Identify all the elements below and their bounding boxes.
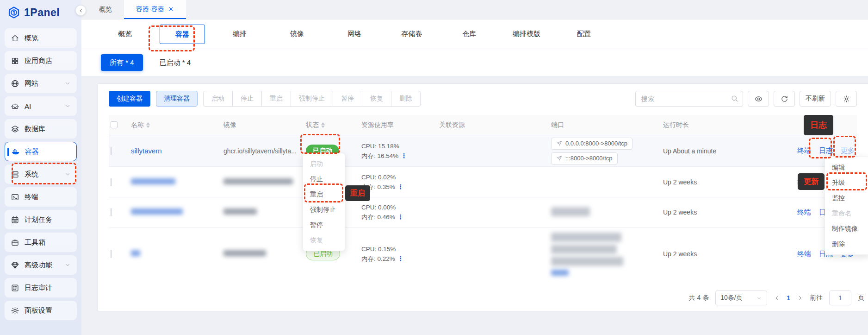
tab-compose-template[interactable]: 编排模版 [498, 30, 555, 38]
sidebar-item-terminal[interactable]: 终端 [5, 187, 77, 207]
close-icon[interactable] [168, 6, 174, 12]
eye-icon [755, 95, 763, 103]
row-checkbox[interactable] [111, 178, 112, 186]
batch-stop-button[interactable]: 停止 [232, 91, 262, 107]
batch-start-button[interactable]: 启动 [203, 91, 233, 107]
clean-container-button[interactable]: 清理容器 [156, 91, 198, 107]
menu-item-edit[interactable]: 编辑 [825, 160, 868, 175]
batch-resume-button[interactable]: 恢复 [362, 91, 391, 107]
menu-item-start[interactable]: 启动 [303, 156, 345, 171]
menu-item-pause[interactable]: 暂停 [303, 217, 345, 233]
container-name-link[interactable]: sillytavern [131, 147, 162, 155]
sidebar-item-toolbox[interactable]: 工具箱 [5, 233, 77, 252]
sidebar-item-ai[interactable]: AI [5, 96, 77, 116]
page-tabs: 概览 容器 编排 镜像 网络 存储卷 仓库 编排模版 配置 [81, 19, 868, 49]
tab-overview[interactable]: 概览 [96, 30, 154, 38]
goto-page-input[interactable] [829, 291, 851, 305]
menu-item-stop[interactable]: 停止 [303, 171, 345, 187]
filter-running[interactable]: 已启动 * 4 [160, 58, 191, 67]
resource-more-icon[interactable]: ⋮ [397, 255, 404, 262]
column-visibility-button[interactable] [748, 91, 769, 107]
tab-image[interactable]: 镜像 [268, 30, 326, 38]
chevron-down-icon [64, 103, 71, 109]
calendar-icon [11, 215, 19, 224]
window-tab-overview[interactable]: 概览 [87, 0, 124, 19]
sidebar-item-appstore[interactable]: 应用商店 [5, 51, 77, 70]
sidebar-collapse-button[interactable] [75, 5, 86, 16]
sidebar-item-advanced[interactable]: 高级功能 [5, 255, 77, 275]
window-tabbar: 概览 容器-容器 [81, 0, 868, 19]
log-link[interactable]: 日志 [819, 146, 833, 155]
sidebar-item-panel-settings[interactable]: 面板设置 [5, 301, 77, 320]
tab-volume[interactable]: 存储卷 [383, 30, 440, 38]
redacted-container-name[interactable] [131, 209, 183, 215]
resource-more-icon[interactable]: ⋮ [397, 214, 404, 221]
menu-item-upgrade[interactable]: 升级 [825, 175, 868, 190]
tab-compose[interactable]: 编排 [211, 30, 268, 38]
sidebar-item-website[interactable]: 网站 [5, 74, 77, 93]
table-settings-button[interactable] [836, 91, 857, 107]
tab-network[interactable]: 网络 [326, 30, 383, 38]
terminal-link[interactable]: 终端 [797, 208, 811, 217]
sort-status-icon[interactable] [321, 122, 325, 128]
batch-restart-button[interactable]: 重启 [261, 91, 291, 107]
menu-item-monitor[interactable]: 监控 [825, 190, 868, 206]
terminal-link[interactable]: 终端 [797, 250, 811, 259]
redacted-container-name[interactable] [131, 178, 175, 184]
row-checkbox[interactable] [111, 147, 112, 155]
table-row: CPU: 0.02% 内存: 0.35%⋮ Up 2 weeks 终端 日志 更… [109, 167, 857, 197]
redacted-port-tag [551, 257, 623, 266]
select-all-checkbox[interactable] [111, 121, 118, 128]
sidebar-item-label: 面板设置 [25, 306, 52, 315]
sidebar-item-database[interactable]: 数据库 [5, 119, 77, 139]
menu-item-force-stop[interactable]: 强制停止 [303, 202, 345, 217]
toolbar-right: 不刷新 [635, 91, 857, 107]
chevron-left-icon [78, 8, 84, 13]
redacted-port-tag [551, 245, 617, 254]
batch-pause-button[interactable]: 暂停 [333, 91, 362, 107]
sort-name-icon[interactable] [146, 122, 150, 128]
more-link[interactable]: 更多 [841, 146, 855, 155]
auto-refresh-button[interactable]: 不刷新 [800, 91, 831, 107]
row-checkbox[interactable] [111, 250, 112, 258]
tab-repo[interactable]: 仓库 [440, 30, 498, 38]
sidebar-item-container[interactable]: 容器 [5, 142, 77, 161]
filter-all[interactable]: 所有 * 4 [101, 54, 143, 71]
row-checkbox[interactable] [111, 208, 112, 216]
sidebar-item-logs-audit[interactable]: 日志审计 [5, 278, 77, 297]
redacted-more-ports-link[interactable] [551, 270, 569, 276]
create-container-button[interactable]: 创建容器 [109, 91, 150, 107]
app-window: 1Panel 概览 应用商店 网站 AI 数据库 容器 [0, 0, 868, 335]
terminal-link[interactable]: 终端 [797, 146, 811, 155]
batch-force-stop-button[interactable]: 强制停止 [291, 91, 333, 107]
status-filters: 所有 * 4 已启动 * 4 [81, 49, 868, 76]
sidebar-item-system[interactable]: 系统 [5, 164, 77, 184]
menu-item-rename[interactable]: 重命名 [825, 206, 868, 221]
resource-more-icon[interactable]: ⋮ [397, 183, 404, 190]
port-tag[interactable]: :::8000->8000/tcp [551, 152, 618, 164]
menu-item-commit-image[interactable]: 制作镜像 [825, 221, 868, 236]
page-number[interactable]: 1 [787, 294, 790, 302]
sidebar-item-cronjob[interactable]: 计划任务 [5, 210, 77, 229]
redacted-container-name[interactable] [131, 250, 140, 256]
menu-item-delete[interactable]: 删除 [825, 236, 868, 252]
tab-setting[interactable]: 配置 [555, 30, 613, 38]
prev-page-icon[interactable] [774, 295, 780, 301]
toolbox-icon [11, 238, 19, 247]
tab-container[interactable]: 容器 [154, 25, 211, 44]
home-icon [11, 34, 19, 43]
header-related: 关联资源 [439, 121, 465, 129]
app-logo: 1Panel [0, 0, 81, 25]
update-tooltip: 更新 [798, 173, 825, 190]
refresh-button[interactable] [774, 91, 795, 107]
menu-item-restart[interactable]: 重启 [303, 187, 345, 202]
batch-delete-button[interactable]: 删除 [391, 91, 421, 107]
window-tab-container[interactable]: 容器-容器 [124, 0, 186, 19]
sidebar-item-overview[interactable]: 概览 [5, 28, 77, 48]
resource-more-icon[interactable]: ⋮ [401, 152, 408, 159]
next-page-icon[interactable] [797, 295, 803, 301]
search-input[interactable] [635, 91, 743, 107]
port-tag[interactable]: 0.0.0.0:8000->8000/tcp [551, 138, 632, 150]
page-size-select[interactable]: 10条/页 [715, 291, 767, 305]
menu-item-resume[interactable]: 恢复 [303, 233, 345, 248]
